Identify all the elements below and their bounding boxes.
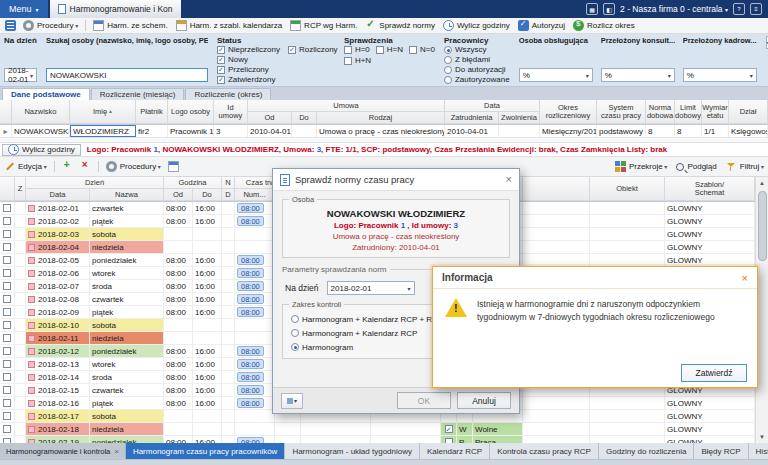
checkbox-icon[interactable]: [3, 204, 11, 212]
cell-nazwa[interactable]: poniedziałek: [90, 436, 164, 443]
add-icon[interactable]: [62, 161, 73, 172]
cell-od[interactable]: 08:00: [164, 215, 193, 227]
row-checkbox-cell[interactable]: [0, 228, 15, 240]
radio-icon[interactable]: [444, 76, 452, 84]
search-person-input[interactable]: NOWAKOWSKI: [46, 68, 208, 82]
cell-do[interactable]: 16:00: [193, 384, 222, 396]
scroll-up-icon[interactable]: ▲: [756, 177, 768, 189]
cell-nd[interactable]: [222, 332, 235, 344]
cell-do[interactable]: 16:00: [193, 397, 222, 409]
cell-szablon[interactable]: GLOWNY: [665, 423, 755, 435]
cell-okres[interactable]: Miesięczny/201: [540, 125, 597, 137]
cell-dzial[interactable]: Księgowość: [729, 125, 768, 137]
checkbox-icon[interactable]: [217, 56, 225, 64]
cell-czas-trwania[interactable]: 08:00: [235, 202, 275, 214]
col-wymiar-etatu[interactable]: Wymiar etatu: [702, 100, 729, 124]
cell-nazwa[interactable]: środa: [90, 280, 164, 292]
anuluj-button[interactable]: Anuluj: [457, 392, 511, 409]
cell-szablon[interactable]: GLOWNY: [665, 202, 755, 214]
cell-nazwa[interactable]: czwartek: [90, 202, 164, 214]
pracownicy-option[interactable]: Do autoryzacji: [444, 65, 510, 74]
cell-data[interactable]: 2018-02-15: [26, 384, 90, 396]
cell-logo-osoby[interactable]: Pracownik 1: [168, 125, 214, 137]
cell-nd[interactable]: [222, 423, 235, 435]
cell-czas-trwania[interactable]: 08:00: [235, 280, 275, 292]
cell-data-zatrudnienia[interactable]: 2010-04-01: [445, 125, 499, 137]
col-z[interactable]: Z: [15, 177, 26, 201]
cell-do[interactable]: 16:00: [193, 215, 222, 227]
checkbox-icon[interactable]: [217, 76, 225, 84]
cell-nazwisko[interactable]: NOWAKOWSKI: [12, 125, 70, 137]
cell-wp-label[interactable]: Praca: [473, 436, 523, 443]
cell-data[interactable]: 2018-02-05: [26, 254, 90, 266]
cell-do[interactable]: 16:00: [193, 267, 222, 279]
cell-wp-check[interactable]: [441, 423, 457, 435]
row-checkbox-cell[interactable]: [0, 371, 15, 383]
cell-data[interactable]: 2018-02-06: [26, 267, 90, 279]
cell-do[interactable]: 16:00: [193, 345, 222, 357]
combo-input[interactable]: %: [683, 68, 757, 82]
dialog-titlebar[interactable]: Sprawdź normy czasu pracy ×: [273, 169, 519, 191]
row-checkbox-cell[interactable]: [0, 332, 15, 344]
cell-wp[interactable]: W: [457, 423, 473, 435]
cell-obiekt[interactable]: [590, 397, 665, 409]
cell-num[interactable]: [275, 436, 301, 443]
pracownicy-option[interactable]: Wszyscy: [444, 45, 510, 54]
col-system-czasu-pracy[interactable]: System czasu pracy: [597, 100, 646, 124]
row-checkbox-cell[interactable]: [0, 410, 15, 422]
cell-do[interactable]: [193, 241, 222, 253]
col-umowa-do[interactable]: Do: [292, 112, 317, 124]
row-checkbox-cell[interactable]: [0, 254, 15, 266]
cell-od[interactable]: 08:00: [164, 436, 193, 443]
col-num[interactable]: Num...: [235, 189, 275, 201]
cell-szablon[interactable]: GLOWNY: [665, 228, 755, 240]
cell-z[interactable]: [15, 345, 26, 357]
employee-row[interactable]: NOWAKOWSKI WŁODZIMIERZ fir2 Pracownik 1 …: [0, 125, 768, 138]
dialog-titlebar[interactable]: Informacja ×: [433, 267, 757, 289]
cell-mid-2[interactable]: [371, 436, 441, 443]
checkbox-icon[interactable]: [3, 230, 11, 238]
cell-nazwa[interactable]: sobota: [90, 410, 164, 422]
cell-nazwa[interactable]: czwartek: [90, 384, 164, 396]
cell-gap[interactable]: [523, 228, 590, 240]
ribbon-button-wylicz-godziny[interactable]: Wylicz godziny: [443, 20, 510, 31]
cell-nd[interactable]: [222, 319, 235, 331]
row-checkbox-cell[interactable]: [0, 267, 15, 279]
cell-nd[interactable]: [222, 267, 235, 279]
ribbon-button-autoryzuj[interactable]: Autoryzuj: [518, 20, 565, 31]
cell-czas-trwania[interactable]: 08:00: [235, 436, 275, 443]
company-selector[interactable]: 2 - Nasza firma 0 - centrala: [620, 4, 728, 14]
cell-do[interactable]: 16:00: [193, 254, 222, 266]
col-d[interactable]: D: [222, 189, 235, 201]
ribbon-button-rcp-wg-harm[interactable]: RCP wg Harm.: [290, 20, 357, 31]
status-option[interactable]: Nieprzeliczony: [217, 45, 280, 54]
cell-obiekt[interactable]: [590, 241, 665, 253]
pracownicy-option[interactable]: Zautoryzowane: [444, 75, 510, 84]
row-checkbox-cell[interactable]: [0, 293, 15, 305]
cell-nazwa[interactable]: poniedziałek: [90, 254, 164, 266]
cell-czas-trwania[interactable]: 08:00: [235, 267, 275, 279]
cell-nd[interactable]: [222, 358, 235, 370]
cell-wp-check[interactable]: [441, 436, 457, 443]
przekroje-menu[interactable]: Przekroje: [615, 161, 667, 172]
cell-data[interactable]: 2018-02-12: [26, 345, 90, 357]
checkbox-icon[interactable]: [3, 399, 11, 407]
cell-z[interactable]: [15, 215, 26, 227]
cell-mid-1[interactable]: [301, 436, 371, 443]
cell-nd[interactable]: [222, 397, 235, 409]
col-okres-rozliczeniowy[interactable]: Okres rozliczeniowy: [540, 100, 597, 124]
radio-icon[interactable]: [291, 343, 299, 351]
status-option[interactable]: Zatwierdzony: [217, 75, 280, 84]
cell-nazwa[interactable]: sobota: [90, 319, 164, 331]
bottom-tab-3[interactable]: Kontrola czasu pracy RCP: [490, 443, 599, 459]
col-od[interactable]: Od: [164, 189, 193, 201]
checkbox-icon[interactable]: [3, 386, 11, 394]
tab-rozliczenie-miesiac[interactable]: Rozliczenie (miesiąc): [91, 88, 185, 100]
col-imie[interactable]: Imię▴: [70, 100, 136, 124]
cell-obiekt[interactable]: [590, 410, 665, 422]
zatwierdz-button[interactable]: Zatwierdź: [681, 364, 747, 382]
cell-z[interactable]: [15, 228, 26, 240]
cell-nd[interactable]: [222, 241, 235, 253]
cell-do[interactable]: 16:00: [193, 306, 222, 318]
layout-icon[interactable]: ▦: [586, 3, 598, 15]
